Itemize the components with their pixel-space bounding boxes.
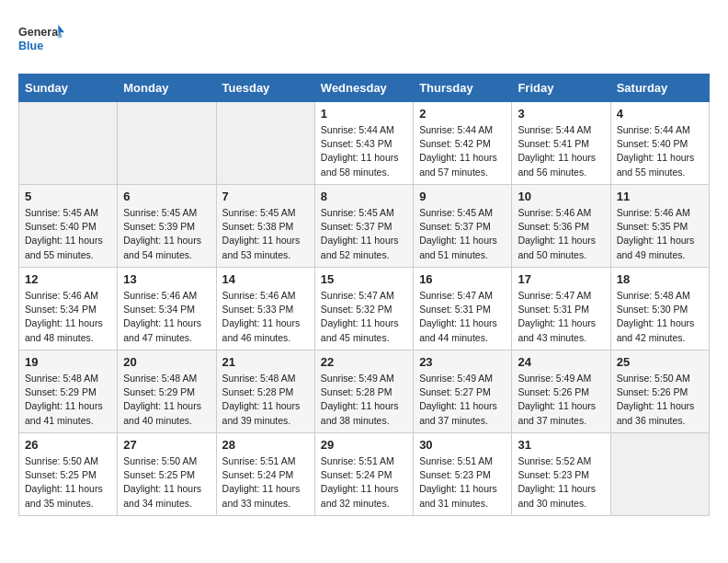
day-number: 27 — [123, 438, 210, 452]
day-number: 3 — [518, 107, 604, 121]
day-number: 8 — [321, 190, 407, 203]
cell-info: Sunrise: 5:45 AMSunset: 5:39 PMDaylight:… — [123, 206, 210, 262]
column-header-sunday: Sunday — [19, 75, 118, 102]
calendar-cell: 14Sunrise: 5:46 AMSunset: 5:33 PMDayligh… — [216, 268, 314, 350]
week-row-3: 12Sunrise: 5:46 AMSunset: 5:34 PMDayligh… — [19, 268, 710, 350]
day-number: 21 — [222, 355, 309, 369]
calendar-cell — [216, 102, 314, 185]
day-number: 2 — [419, 107, 506, 121]
calendar-cell: 4Sunrise: 5:44 AMSunset: 5:40 PMDaylight… — [610, 102, 709, 185]
week-row-5: 26Sunrise: 5:50 AMSunset: 5:25 PMDayligh… — [19, 433, 710, 516]
calendar-cell: 29Sunrise: 5:51 AMSunset: 5:24 PMDayligh… — [314, 433, 413, 516]
day-number: 15 — [321, 272, 407, 286]
calendar-cell: 26Sunrise: 5:50 AMSunset: 5:25 PMDayligh… — [19, 433, 118, 516]
calendar-table: SundayMondayTuesdayWednesdayThursdayFrid… — [18, 74, 710, 516]
day-number: 9 — [419, 190, 506, 203]
day-number: 4 — [617, 107, 703, 121]
day-number: 30 — [419, 438, 506, 452]
day-number: 28 — [222, 438, 309, 452]
cell-info: Sunrise: 5:46 AMSunset: 5:35 PMDaylight:… — [617, 206, 703, 262]
cell-info: Sunrise: 5:49 AMSunset: 5:28 PMDaylight:… — [321, 372, 407, 428]
column-header-tuesday: Tuesday — [216, 75, 314, 102]
calendar-cell: 28Sunrise: 5:51 AMSunset: 5:24 PMDayligh… — [216, 433, 314, 516]
day-number: 11 — [617, 190, 703, 203]
cell-info: Sunrise: 5:44 AMSunset: 5:43 PMDaylight:… — [321, 123, 407, 179]
cell-info: Sunrise: 5:46 AMSunset: 5:36 PMDaylight:… — [518, 206, 604, 262]
cell-info: Sunrise: 5:44 AMSunset: 5:40 PMDaylight:… — [617, 123, 703, 179]
day-number: 17 — [518, 272, 604, 286]
logo-svg: General Blue — [18, 18, 64, 59]
cell-info: Sunrise: 5:49 AMSunset: 5:26 PMDaylight:… — [518, 372, 604, 428]
cell-info: Sunrise: 5:48 AMSunset: 5:28 PMDaylight:… — [222, 372, 309, 428]
day-number: 22 — [321, 355, 407, 369]
day-number: 31 — [518, 438, 604, 452]
day-number: 20 — [123, 355, 210, 369]
svg-text:Blue: Blue — [18, 40, 43, 52]
cell-info: Sunrise: 5:47 AMSunset: 5:32 PMDaylight:… — [321, 289, 407, 345]
day-number: 23 — [419, 355, 506, 369]
calendar-cell: 12Sunrise: 5:46 AMSunset: 5:34 PMDayligh… — [19, 268, 118, 350]
day-number: 29 — [321, 438, 407, 452]
day-number: 13 — [123, 272, 210, 286]
column-header-saturday: Saturday — [610, 75, 709, 102]
day-number: 10 — [518, 190, 604, 203]
calendar-cell: 15Sunrise: 5:47 AMSunset: 5:32 PMDayligh… — [314, 268, 413, 350]
calendar-cell: 30Sunrise: 5:51 AMSunset: 5:23 PMDayligh… — [414, 433, 512, 516]
day-number: 7 — [222, 190, 309, 203]
day-number: 24 — [518, 355, 604, 369]
calendar-cell — [118, 102, 216, 185]
week-row-4: 19Sunrise: 5:48 AMSunset: 5:29 PMDayligh… — [19, 350, 710, 433]
calendar-cell: 17Sunrise: 5:47 AMSunset: 5:31 PMDayligh… — [512, 268, 610, 350]
calendar-cell: 25Sunrise: 5:50 AMSunset: 5:26 PMDayligh… — [610, 350, 709, 433]
calendar-cell: 2Sunrise: 5:44 AMSunset: 5:42 PMDaylight… — [414, 102, 512, 185]
cell-info: Sunrise: 5:45 AMSunset: 5:37 PMDaylight:… — [419, 206, 506, 262]
calendar-cell — [610, 433, 709, 516]
day-number: 6 — [123, 190, 210, 203]
cell-info: Sunrise: 5:50 AMSunset: 5:25 PMDaylight:… — [25, 454, 111, 511]
cell-info: Sunrise: 5:45 AMSunset: 5:40 PMDaylight:… — [25, 206, 111, 262]
cell-info: Sunrise: 5:51 AMSunset: 5:24 PMDaylight:… — [321, 454, 407, 511]
calendar-cell: 21Sunrise: 5:48 AMSunset: 5:28 PMDayligh… — [216, 350, 314, 433]
calendar-cell: 27Sunrise: 5:50 AMSunset: 5:25 PMDayligh… — [118, 433, 216, 516]
day-number: 25 — [617, 355, 703, 369]
calendar-cell — [19, 102, 118, 185]
svg-text:General: General — [18, 26, 62, 39]
header-row: SundayMondayTuesdayWednesdayThursdayFrid… — [19, 75, 710, 102]
calendar-cell: 1Sunrise: 5:44 AMSunset: 5:43 PMDaylight… — [314, 102, 413, 185]
week-row-2: 5Sunrise: 5:45 AMSunset: 5:40 PMDaylight… — [19, 185, 710, 268]
cell-info: Sunrise: 5:50 AMSunset: 5:25 PMDaylight:… — [123, 454, 210, 511]
calendar-cell: 19Sunrise: 5:48 AMSunset: 5:29 PMDayligh… — [19, 350, 118, 433]
column-header-friday: Friday — [512, 75, 610, 102]
calendar-cell: 13Sunrise: 5:46 AMSunset: 5:34 PMDayligh… — [118, 268, 216, 350]
calendar-cell: 16Sunrise: 5:47 AMSunset: 5:31 PMDayligh… — [414, 268, 512, 350]
page-header: General Blue — [18, 18, 710, 59]
calendar-cell: 6Sunrise: 5:45 AMSunset: 5:39 PMDaylight… — [118, 185, 216, 268]
calendar-cell: 3Sunrise: 5:44 AMSunset: 5:41 PMDaylight… — [512, 102, 610, 185]
cell-info: Sunrise: 5:50 AMSunset: 5:26 PMDaylight:… — [617, 372, 703, 428]
cell-info: Sunrise: 5:46 AMSunset: 5:33 PMDaylight:… — [222, 289, 309, 345]
calendar-header: SundayMondayTuesdayWednesdayThursdayFrid… — [19, 75, 710, 102]
cell-info: Sunrise: 5:49 AMSunset: 5:27 PMDaylight:… — [419, 372, 506, 428]
column-header-wednesday: Wednesday — [314, 75, 413, 102]
calendar-cell: 9Sunrise: 5:45 AMSunset: 5:37 PMDaylight… — [414, 185, 512, 268]
calendar-cell: 8Sunrise: 5:45 AMSunset: 5:37 PMDaylight… — [314, 185, 413, 268]
cell-info: Sunrise: 5:48 AMSunset: 5:29 PMDaylight:… — [123, 372, 210, 428]
cell-info: Sunrise: 5:46 AMSunset: 5:34 PMDaylight:… — [25, 289, 111, 345]
cell-info: Sunrise: 5:47 AMSunset: 5:31 PMDaylight:… — [419, 289, 506, 345]
calendar-cell: 7Sunrise: 5:45 AMSunset: 5:38 PMDaylight… — [216, 185, 314, 268]
column-header-thursday: Thursday — [414, 75, 512, 102]
day-number: 14 — [222, 272, 309, 286]
cell-info: Sunrise: 5:52 AMSunset: 5:23 PMDaylight:… — [518, 454, 604, 511]
day-number: 1 — [321, 107, 407, 121]
calendar-cell: 24Sunrise: 5:49 AMSunset: 5:26 PMDayligh… — [512, 350, 610, 433]
calendar-cell: 5Sunrise: 5:45 AMSunset: 5:40 PMDaylight… — [19, 185, 118, 268]
day-number: 12 — [25, 272, 111, 286]
calendar-cell: 11Sunrise: 5:46 AMSunset: 5:35 PMDayligh… — [610, 185, 709, 268]
calendar-cell: 18Sunrise: 5:48 AMSunset: 5:30 PMDayligh… — [610, 268, 709, 350]
cell-info: Sunrise: 5:46 AMSunset: 5:34 PMDaylight:… — [123, 289, 210, 345]
calendar-cell: 20Sunrise: 5:48 AMSunset: 5:29 PMDayligh… — [118, 350, 216, 433]
day-number: 19 — [25, 355, 111, 369]
column-header-monday: Monday — [118, 75, 216, 102]
day-number: 26 — [25, 438, 111, 452]
cell-info: Sunrise: 5:51 AMSunset: 5:23 PMDaylight:… — [419, 454, 506, 511]
